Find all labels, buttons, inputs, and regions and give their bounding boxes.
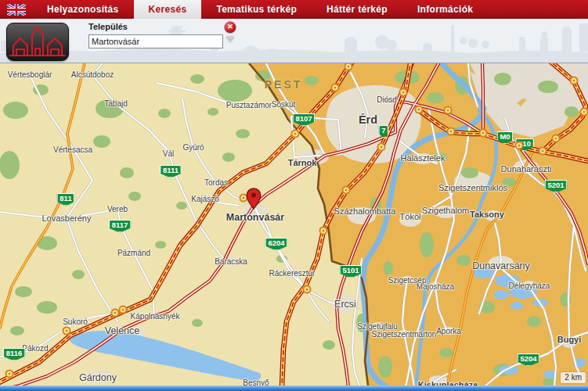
town-label: Sóskút	[272, 100, 296, 109]
town-label: Kajászó	[191, 195, 219, 203]
town-label: Ráckeresztúr	[269, 269, 316, 278]
road-shield: 6204	[265, 238, 287, 251]
junction-dot	[5, 370, 14, 378]
town-label: Kiskunlacháza	[418, 380, 478, 386]
map-scale: 2 km	[561, 372, 586, 383]
junction-dot	[291, 130, 300, 138]
road-shield: 8111	[160, 165, 182, 178]
nav-item-informaciok[interactable]: Információk	[402, 0, 488, 19]
town-label: Halásztelek	[401, 153, 446, 163]
town-label: Gyúró	[182, 143, 204, 152]
junction-dot	[399, 88, 408, 97]
town-label: Ercsi	[334, 299, 356, 310]
town-label: Kápolnásnyék	[131, 312, 180, 321]
junction-dot	[539, 147, 547, 156]
status-bar	[0, 386, 588, 391]
town-label: Velence	[105, 325, 139, 336]
road-shield: 8116	[3, 348, 26, 361]
town-label: Szigethalom	[422, 206, 470, 215]
town-label: Gárdony	[79, 372, 117, 383]
map-viewport[interactable]: VértesboglárAlcsútdobozTabajdVértesacsaV…	[0, 63, 588, 386]
search-panel: Település ✕	[0, 19, 588, 63]
location-pin[interactable]	[246, 188, 262, 210]
road-shield: 5201	[544, 180, 567, 193]
town-label: Pákozd	[22, 344, 48, 353]
town-label: Pusztazámor	[226, 101, 272, 109]
road-shield: 5204	[517, 353, 539, 367]
junction-dot	[377, 143, 386, 152]
junction-dot	[415, 106, 424, 114]
road-shield: 8117	[109, 220, 132, 233]
junction-dot	[570, 77, 579, 85]
town-label: Szigetcsép	[388, 276, 427, 285]
nav-item-kereses[interactable]: Keresés	[134, 0, 202, 19]
road-shield: 811	[56, 193, 74, 206]
town-label: Vértesacsa	[53, 145, 92, 154]
nav-item-helyazonositas[interactable]: Helyazonosítás	[32, 0, 134, 19]
road-shield: 8107	[292, 113, 315, 127]
junction-dot	[345, 63, 353, 71]
close-icon[interactable]: ✕	[224, 21, 236, 34]
town-label: Szigetszentmiklós	[438, 183, 507, 192]
town-label: Tököl	[400, 212, 421, 221]
road-shield: 5101	[339, 265, 362, 278]
settlement-input[interactable]	[88, 34, 223, 48]
town-label: Taksony	[470, 210, 504, 219]
town-label: Százhalombatta	[334, 206, 396, 216]
settlement-building-icon	[7, 23, 68, 60]
junction-dot	[303, 285, 312, 294]
settlement-tool-button[interactable]	[6, 23, 69, 61]
junction-dot	[119, 306, 128, 314]
junction-dot	[444, 106, 453, 115]
junction-dot	[331, 84, 340, 92]
town-label: Szigetszentmárton	[372, 330, 437, 339]
junction-dot	[580, 108, 588, 117]
town-label: Diósd	[377, 95, 397, 104]
road-shield: M0	[496, 131, 513, 145]
junction-dot	[63, 327, 71, 335]
town-label: Áporka	[436, 327, 461, 335]
nav-item-tematikus-terkep[interactable]: Tematikus térkép	[201, 0, 312, 19]
town-label: Dunavarsány	[472, 260, 530, 271]
junction-dot	[479, 129, 488, 138]
map-overlays: VértesboglárAlcsútdobozTabajdVértesacsaV…	[0, 63, 588, 386]
nav-item-hatter-terkep[interactable]: Háttér térkép	[312, 0, 402, 19]
town-label: Lovasberény	[42, 213, 92, 223]
town-label: Sukoró	[63, 317, 88, 326]
town-label: Tordas	[204, 178, 228, 187]
junction-dot	[319, 227, 328, 235]
town-label: Baracska	[215, 257, 247, 266]
junction-dot	[342, 186, 351, 195]
town-label: Dunaharaszti	[501, 164, 552, 174]
settlement-field-group: Település	[88, 22, 223, 48]
road-shield: 7	[378, 125, 388, 138]
language-flag-button[interactable]	[0, 0, 32, 19]
town-label: Vereb	[107, 205, 128, 213]
top-nav: Helyazonosítás Keresés Tematikus térkép …	[0, 0, 588, 19]
uk-flag-icon	[7, 4, 26, 16]
town-label: Vértesboglár	[8, 70, 52, 79]
town-label: Vál	[163, 149, 174, 158]
junction-dot	[515, 142, 524, 150]
town-label: Érd	[359, 113, 377, 126]
town-label: Alcsútdoboz	[71, 70, 114, 79]
town-label: Pázmánd	[117, 249, 150, 257]
pin-icon	[246, 188, 262, 210]
town-label: Délegyháza	[509, 282, 550, 290]
county-label: PEST	[265, 78, 303, 91]
town-label: Tabajd	[104, 99, 127, 108]
junction-dot	[552, 135, 561, 143]
junction-dot	[447, 127, 456, 136]
settlement-label: Település	[88, 22, 223, 31]
town-label: Tárnok	[288, 158, 317, 167]
town-label: Bugyi	[557, 335, 582, 344]
town-label: Martonvásár	[226, 212, 284, 223]
dropdown-arrow-icon[interactable]	[226, 37, 234, 42]
town-label: Besnyő	[243, 378, 269, 386]
